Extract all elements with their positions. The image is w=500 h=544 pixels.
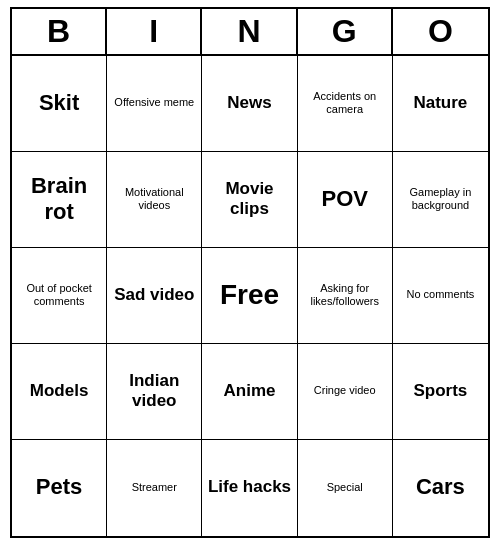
bingo-cell[interactable]: Out of pocket comments [12, 248, 107, 344]
header-letter: I [107, 9, 202, 54]
bingo-cell[interactable]: Cringe video [298, 344, 393, 440]
cell-label: Sports [413, 381, 467, 401]
bingo-cell[interactable]: Accidents on camera [298, 56, 393, 152]
cell-label: Indian video [111, 371, 197, 412]
cell-label: Brain rot [16, 173, 102, 226]
cell-label: Offensive meme [114, 96, 194, 109]
bingo-cell[interactable]: Streamer [107, 440, 202, 536]
cell-label: Sad video [114, 285, 194, 305]
bingo-cell[interactable]: Skit [12, 56, 107, 152]
bingo-card: BINGO SkitOffensive memeNewsAccidents on… [10, 7, 490, 538]
cell-label: Pets [36, 474, 82, 500]
cell-label: Skit [39, 90, 79, 116]
bingo-cell[interactable]: Cars [393, 440, 488, 536]
bingo-cell[interactable]: Asking for likes/followers [298, 248, 393, 344]
bingo-cell[interactable]: No comments [393, 248, 488, 344]
cell-label: Anime [224, 381, 276, 401]
header-letter: B [12, 9, 107, 54]
cell-label: Asking for likes/followers [302, 282, 388, 308]
bingo-header: BINGO [12, 9, 488, 56]
bingo-cell[interactable]: Offensive meme [107, 56, 202, 152]
cell-label: Motivational videos [111, 186, 197, 212]
bingo-cell[interactable]: News [202, 56, 297, 152]
cell-label: POV [321, 186, 367, 212]
cell-label: News [227, 93, 271, 113]
bingo-cell[interactable]: Sports [393, 344, 488, 440]
cell-label: Cars [416, 474, 465, 500]
bingo-cell[interactable]: Life hacks [202, 440, 297, 536]
cell-label: No comments [406, 288, 474, 301]
bingo-cell[interactable]: POV [298, 152, 393, 248]
cell-label: Life hacks [208, 477, 291, 497]
bingo-cell[interactable]: Free [202, 248, 297, 344]
cell-label: Nature [413, 93, 467, 113]
cell-label: Cringe video [314, 384, 376, 397]
bingo-cell[interactable]: Brain rot [12, 152, 107, 248]
cell-label: Gameplay in background [397, 186, 484, 212]
cell-label: Accidents on camera [302, 90, 388, 116]
cell-label: Streamer [132, 481, 177, 494]
cell-label: Special [327, 481, 363, 494]
header-letter: N [202, 9, 297, 54]
bingo-grid: SkitOffensive memeNewsAccidents on camer… [12, 56, 488, 536]
cell-label: Movie clips [206, 179, 292, 220]
bingo-cell[interactable]: Gameplay in background [393, 152, 488, 248]
bingo-cell[interactable]: Models [12, 344, 107, 440]
bingo-cell[interactable]: Special [298, 440, 393, 536]
bingo-cell[interactable]: Motivational videos [107, 152, 202, 248]
bingo-cell[interactable]: Anime [202, 344, 297, 440]
header-letter: O [393, 9, 488, 54]
bingo-cell[interactable]: Indian video [107, 344, 202, 440]
bingo-cell[interactable]: Movie clips [202, 152, 297, 248]
bingo-cell[interactable]: Pets [12, 440, 107, 536]
cell-label: Models [30, 381, 89, 401]
cell-label: Free [220, 278, 279, 312]
cell-label: Out of pocket comments [16, 282, 102, 308]
header-letter: G [298, 9, 393, 54]
bingo-cell[interactable]: Sad video [107, 248, 202, 344]
bingo-cell[interactable]: Nature [393, 56, 488, 152]
